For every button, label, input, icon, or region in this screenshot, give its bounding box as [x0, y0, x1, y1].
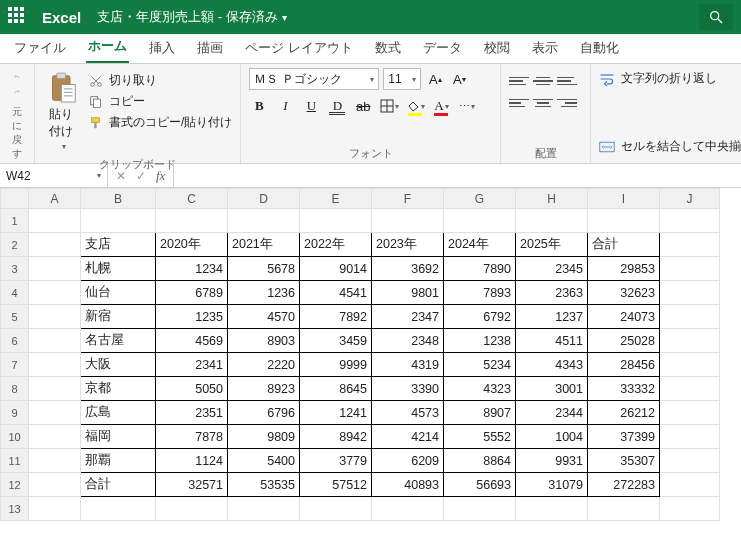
- row-header-5[interactable]: 5: [1, 305, 29, 329]
- cell-G12[interactable]: 56693: [444, 473, 516, 497]
- cell-E13[interactable]: [300, 497, 372, 521]
- cell-I3[interactable]: 29853: [588, 257, 660, 281]
- cell-I11[interactable]: 35307: [588, 449, 660, 473]
- cell-A1[interactable]: [29, 209, 81, 233]
- column-header-D[interactable]: D: [228, 189, 300, 209]
- decrease-font-icon[interactable]: A▾: [449, 69, 469, 89]
- cell-I8[interactable]: 33332: [588, 377, 660, 401]
- cell-E5[interactable]: 7892: [300, 305, 372, 329]
- cell-G9[interactable]: 8907: [444, 401, 516, 425]
- cell-B4[interactable]: 仙台: [81, 281, 156, 305]
- cell-F1[interactable]: [372, 209, 444, 233]
- column-header-B[interactable]: B: [81, 189, 156, 209]
- merge-center-button[interactable]: セルを結合して中央揃え: [599, 138, 741, 155]
- cell-D12[interactable]: 53535: [228, 473, 300, 497]
- row-header-10[interactable]: 10: [1, 425, 29, 449]
- column-header-H[interactable]: H: [516, 189, 588, 209]
- cell-H11[interactable]: 9931: [516, 449, 588, 473]
- cell-A7[interactable]: [29, 353, 81, 377]
- cell-J12[interactable]: [660, 473, 720, 497]
- cell-H13[interactable]: [516, 497, 588, 521]
- cell-G1[interactable]: [444, 209, 516, 233]
- font-name-select[interactable]: ＭＳ Ｐゴシック▾: [249, 68, 379, 90]
- cell-A4[interactable]: [29, 281, 81, 305]
- cell-B6[interactable]: 名古屋: [81, 329, 156, 353]
- cell-D1[interactable]: [228, 209, 300, 233]
- cell-B12[interactable]: 合計: [81, 473, 156, 497]
- cell-I10[interactable]: 37399: [588, 425, 660, 449]
- row-header-7[interactable]: 7: [1, 353, 29, 377]
- cell-G10[interactable]: 5552: [444, 425, 516, 449]
- cell-J4[interactable]: [660, 281, 720, 305]
- double-underline-button[interactable]: D: [327, 96, 347, 116]
- row-header-4[interactable]: 4: [1, 281, 29, 305]
- cell-H5[interactable]: 1237: [516, 305, 588, 329]
- cell-A13[interactable]: [29, 497, 81, 521]
- tab-ホーム[interactable]: ホーム: [86, 31, 129, 63]
- align-left-button[interactable]: [509, 94, 529, 112]
- cell-J5[interactable]: [660, 305, 720, 329]
- italic-button[interactable]: I: [275, 96, 295, 116]
- cell-F2[interactable]: 2023年: [372, 233, 444, 257]
- cell-I2[interactable]: 合計: [588, 233, 660, 257]
- cell-I12[interactable]: 272283: [588, 473, 660, 497]
- undo-icon[interactable]: [8, 74, 26, 81]
- cell-F6[interactable]: 2348: [372, 329, 444, 353]
- cell-C2[interactable]: 2020年: [156, 233, 228, 257]
- cell-H1[interactable]: [516, 209, 588, 233]
- cell-F8[interactable]: 3390: [372, 377, 444, 401]
- cell-D11[interactable]: 5400: [228, 449, 300, 473]
- cell-H3[interactable]: 2345: [516, 257, 588, 281]
- row-header-11[interactable]: 11: [1, 449, 29, 473]
- cell-E9[interactable]: 1241: [300, 401, 372, 425]
- align-middle-button[interactable]: [533, 72, 553, 90]
- cell-G6[interactable]: 1238: [444, 329, 516, 353]
- cell-I6[interactable]: 25028: [588, 329, 660, 353]
- tab-データ[interactable]: データ: [421, 33, 464, 63]
- formula-input[interactable]: [174, 164, 741, 187]
- cell-I5[interactable]: 24073: [588, 305, 660, 329]
- cell-D4[interactable]: 1236: [228, 281, 300, 305]
- cell-B9[interactable]: 広島: [81, 401, 156, 425]
- column-header-G[interactable]: G: [444, 189, 516, 209]
- redo-icon[interactable]: [8, 89, 26, 96]
- cell-J11[interactable]: [660, 449, 720, 473]
- cell-E1[interactable]: [300, 209, 372, 233]
- cell-J13[interactable]: [660, 497, 720, 521]
- cell-D8[interactable]: 8923: [228, 377, 300, 401]
- cell-I13[interactable]: [588, 497, 660, 521]
- align-right-button[interactable]: [557, 94, 577, 112]
- cell-C4[interactable]: 6789: [156, 281, 228, 305]
- cell-B8[interactable]: 京都: [81, 377, 156, 401]
- align-bottom-button[interactable]: [557, 72, 577, 90]
- cell-H4[interactable]: 2363: [516, 281, 588, 305]
- cell-B10[interactable]: 福岡: [81, 425, 156, 449]
- format-painter-button[interactable]: 書式のコピー/貼り付け: [89, 114, 232, 131]
- cell-F5[interactable]: 2347: [372, 305, 444, 329]
- cell-J10[interactable]: [660, 425, 720, 449]
- cell-E11[interactable]: 3779: [300, 449, 372, 473]
- cell-D6[interactable]: 8903: [228, 329, 300, 353]
- wrap-text-button[interactable]: 文字列の折り返し: [599, 70, 741, 87]
- cell-C12[interactable]: 32571: [156, 473, 228, 497]
- cell-D7[interactable]: 2220: [228, 353, 300, 377]
- column-header-F[interactable]: F: [372, 189, 444, 209]
- cell-F13[interactable]: [372, 497, 444, 521]
- cell-C13[interactable]: [156, 497, 228, 521]
- cell-G7[interactable]: 5234: [444, 353, 516, 377]
- cell-E12[interactable]: 57512: [300, 473, 372, 497]
- cell-E2[interactable]: 2022年: [300, 233, 372, 257]
- cell-A5[interactable]: [29, 305, 81, 329]
- cell-H10[interactable]: 1004: [516, 425, 588, 449]
- tab-表示[interactable]: 表示: [530, 33, 560, 63]
- cell-B7[interactable]: 大阪: [81, 353, 156, 377]
- cell-G5[interactable]: 6792: [444, 305, 516, 329]
- tab-描画[interactable]: 描画: [195, 33, 225, 63]
- cell-D13[interactable]: [228, 497, 300, 521]
- cell-C5[interactable]: 1235: [156, 305, 228, 329]
- cell-A10[interactable]: [29, 425, 81, 449]
- cell-G13[interactable]: [444, 497, 516, 521]
- cell-B13[interactable]: [81, 497, 156, 521]
- cell-C6[interactable]: 4569: [156, 329, 228, 353]
- fx-icon[interactable]: fx: [156, 168, 165, 184]
